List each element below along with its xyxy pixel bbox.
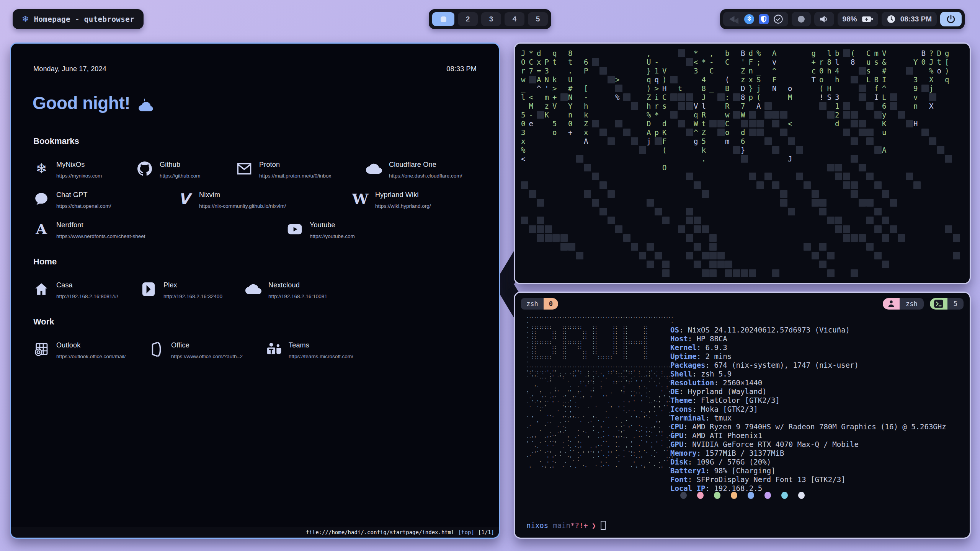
bookmark-name: Nerdfont: [56, 221, 145, 229]
idle-dot-icon: [797, 15, 806, 24]
bookmark-item-proton[interactable]: Protonhttps://mail.proton.me/u/0/inbox: [236, 161, 366, 179]
bookmark-url: https://nix-community.github.io/nixvim/: [199, 203, 286, 209]
nix-icon: ❄: [33, 161, 49, 177]
workspace-switcher: 2345: [429, 9, 551, 29]
prompt-host: nixos: [526, 521, 548, 530]
bookmark-name: Hyprland Wiki: [375, 191, 431, 199]
bluetooth-icon[interactable]: [744, 14, 754, 24]
bookmark-item-nixvim[interactable]: VNixvimhttps://nix-community.github.io/n…: [176, 191, 352, 209]
bookmark-url: https://one.dash.cloudflare.com/: [389, 173, 462, 179]
bookmark-row: Outlookhttps://outlook.office.com/mail/O…: [33, 341, 477, 359]
tmux-window-index: 0: [544, 298, 558, 310]
bookmark-row: ❄MyNixOshttps://mynixos.comGithubhttps:/…: [33, 161, 477, 179]
mail-icon: [236, 161, 252, 177]
palette-dot: [731, 492, 737, 499]
chat-icon: [33, 191, 49, 207]
terminal-cursor[interactable]: [601, 521, 606, 530]
fetch-info-line: Shell: zsh 5.9: [670, 370, 946, 378]
bookmark-item-chat-gpt[interactable]: Chat GPThttps://chat.openai.com/: [33, 191, 176, 209]
bookmark-name: Chat GPT: [56, 191, 111, 199]
bookmark-name: Teams: [289, 341, 356, 349]
fetch-info-line: Theme: FlatColor [GTK2/3]: [670, 396, 946, 405]
battery-icon: [862, 15, 873, 24]
tmux-session-pill[interactable]: zsh 0: [521, 298, 558, 310]
window-title-text: Homepage - qutebrowser: [34, 15, 134, 23]
battery-module[interactable]: 98%: [838, 12, 878, 26]
office-icon: [148, 341, 164, 357]
bookmark-item-github[interactable]: Githubhttps://github.com: [137, 161, 236, 179]
topbar-window-title: ❄ Homepage - qutebrowser: [13, 9, 144, 29]
section-title: Bookmarks: [33, 136, 477, 146]
bookmark-item-nerdfont[interactable]: ANerdfonthttps://www.nerdfonts.com/cheat…: [33, 221, 287, 239]
clock-module[interactable]: 08:33 PM: [882, 12, 937, 26]
plex-icon: [140, 281, 157, 297]
outlook-icon: [33, 341, 49, 357]
tmux-user-pill: zsh: [883, 298, 924, 310]
bookmark-item-teams[interactable]: Teamshttps://teams.microsoft.com/_: [266, 341, 356, 359]
active-workspace-dot: [441, 16, 446, 22]
shell-prompt[interactable]: nixos main *?!+ ❯: [526, 521, 606, 530]
idle-indicator-module[interactable]: [792, 12, 811, 26]
bookmark-item-plex[interactable]: Plexhttp://192.168.2.16:32400: [140, 281, 245, 299]
workspace-button-3[interactable]: 3: [481, 12, 501, 26]
bookmark-name: Nextcloud: [268, 281, 327, 289]
bookmark-name: Outlook: [56, 341, 126, 349]
clock-icon: [887, 15, 896, 24]
fetch-info-line: GPU: AMD ATI Phoenix1: [670, 431, 946, 440]
fetch-info-line: Packages: 674 (nix-system), 1747 (nix-us…: [670, 361, 946, 370]
bookmark-item-nextcloud[interactable]: Nextcloudhttp://192.168.2.16:10081: [245, 281, 327, 299]
speaker-icon: [819, 15, 829, 24]
clock-time: 08:33 PM: [900, 15, 932, 23]
workspace-button-1[interactable]: [432, 12, 454, 26]
bookmark-item-youtube[interactable]: Youtubehttps://youtube.com: [287, 221, 355, 239]
palette-dot: [748, 492, 754, 499]
power-icon: [946, 14, 956, 24]
power-button[interactable]: [940, 12, 962, 26]
bookmark-url: https://outlook.office.com/mail/: [56, 354, 126, 359]
teams-icon: [266, 341, 282, 357]
bookmark-url: https://teams.microsoft.com/_: [289, 354, 356, 359]
bookmark-item-cloudflare-one[interactable]: Cloudflare Onehttps://one.dash.cloudflar…: [366, 161, 462, 179]
system-tray: 98% 08:33 PM: [720, 9, 965, 29]
workspace-button-5[interactable]: 5: [528, 12, 548, 26]
bookmark-url: https://www.office.com/?auth=2: [171, 354, 243, 359]
bookmark-url: https://youtube.com: [310, 233, 355, 239]
fetch-info-line: Font: SFProDisplay Nerd Font 13 [GTK2/3]: [670, 475, 946, 484]
bookmark-item-office[interactable]: Officehttps://www.office.com/?auth=2: [148, 341, 266, 359]
volume-module[interactable]: [814, 12, 834, 26]
bookmark-item-outlook[interactable]: Outlookhttps://outlook.office.com/mail/: [33, 341, 148, 359]
prompt-git-branch: main: [553, 521, 570, 530]
bookmark-url: https://wiki.hyprland.org/: [375, 203, 431, 209]
bookmark-item-hyprland-wiki[interactable]: WHyprland Wikihttps://wiki.hyprland.org/: [352, 191, 431, 209]
fetch-info-line: Uptime: 2 mins: [670, 352, 946, 361]
fetch-info-line: CPU: AMD Ryzen 9 7940HS w/ Radeon 780M G…: [670, 422, 946, 431]
share-icon[interactable]: [728, 14, 740, 24]
fetch-terminal-window[interactable]: zsh 0 zsh 5 ····························…: [514, 292, 971, 539]
bookmark-item-casa[interactable]: Casahttp://192.168.2.16:8081/#/: [33, 281, 140, 299]
matrix-rain: J*dq8,*,bBd%Aglb(CmVB?DgOCxPtt6U-<*-C'F;…: [521, 49, 960, 278]
startpage-time: 08:33 PM: [446, 65, 477, 73]
bitwarden-icon[interactable]: [759, 14, 769, 24]
startpage-date: Monday, June 17, 2024: [33, 65, 106, 73]
fetch-info-line: Memory: 1577MiB / 31377MiB: [670, 449, 946, 458]
statusbar-scroll-position: [top]: [458, 529, 474, 535]
workspace-button-4[interactable]: 4: [505, 12, 524, 26]
bookmark-item-mynixos[interactable]: ❄MyNixOshttps://mynixos.com: [33, 161, 137, 179]
tmux-window-count: 5: [947, 298, 964, 310]
battery-percent: 98%: [843, 15, 857, 23]
workspace-button-2[interactable]: 2: [458, 12, 478, 26]
bookmark-url: https://mail.proton.me/u/0/inbox: [259, 173, 331, 179]
palette-dot: [764, 492, 771, 499]
fetch-info-line: Terminal: tmux: [670, 414, 946, 422]
cmatrix-terminal-window[interactable]: J*dq8,*,bBd%Aglb(CmVB?DgOCxPtt6U-<*-C'F;…: [514, 42, 971, 284]
tmux-shell-label: zsh: [900, 298, 924, 310]
section-title: Home: [33, 257, 477, 267]
fetch-info-line: Icons: Moka [GTK2/3]: [670, 405, 946, 414]
check-circle-icon[interactable]: [773, 14, 783, 24]
bruh-ascii-art: ········································…: [526, 315, 673, 469]
youtube-icon: [287, 221, 303, 237]
greeting-text: Good night!: [33, 93, 130, 113]
section-work: WorkOutlookhttps://outlook.office.com/ma…: [33, 317, 477, 359]
bookmark-url: http://192.168.2.16:8081/#/: [56, 293, 118, 299]
cloud-icon: [366, 161, 382, 177]
